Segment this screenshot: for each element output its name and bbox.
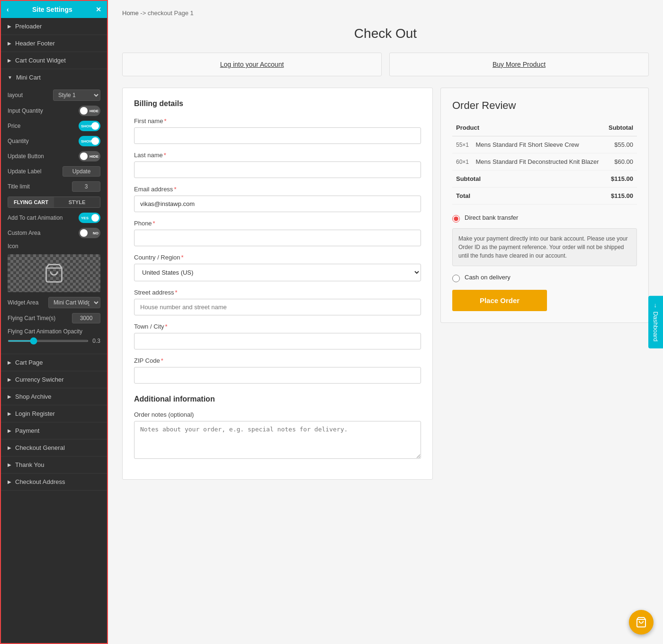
street-label: Street address* [134,289,421,296]
sidebar-section-header-login[interactable]: ▶ Login Register [1,405,107,422]
form-group-phone: Phone* [134,220,421,246]
floating-cart-button[interactable] [629,610,654,635]
form-group-last-name: Last name* [134,152,421,178]
breadcrumb: Home -> checkout Page 1 [122,9,649,17]
sidebar-section-preloader: ▶ Preloader [1,18,107,35]
chevron-right-icon: ▶ [8,24,11,29]
price-toggle[interactable]: SHOW [79,121,100,131]
chevron-right-icon: ▶ [8,41,11,46]
cart-icon [636,617,647,628]
breadcrumb-home[interactable]: Home [122,9,139,17]
form-group-zip: ZIP Code* [134,357,421,384]
sidebar-item-label-hf: Header Footer [15,40,55,47]
last-name-input[interactable] [134,161,421,178]
chevron-right-icon: ▶ [8,428,11,433]
main-content: Home -> checkout Page 1 Check Out Log in… [108,0,663,644]
sidebar-section-header-ca[interactable]: ▶ Checkout Address [1,474,107,490]
email-input[interactable] [134,196,421,212]
top-buttons: Log into your Account Buy More Product [122,53,649,76]
sidebar-item-label-cp: Cart Page [15,359,43,366]
direct-bank-label: Direct bank transfer [465,214,518,221]
sidebar-section-mini-cart: ▼ Mini Cart layout Style 1Style 2Style 3… [1,69,107,354]
mini-cart-content: layout Style 1Style 2Style 3 Input Quant… [1,86,107,354]
tab-flying-cart[interactable]: FLYING CART [8,197,54,207]
sidebar-section-checkout-address: ▶ Checkout Address [1,474,107,491]
custom-area-toggle[interactable]: NO [79,228,100,238]
sidebar-section-header-mc[interactable]: ▼ Mini Cart [1,69,107,86]
street-input[interactable] [134,299,421,315]
sidebar-section-header-preloader[interactable]: ▶ Preloader [1,18,107,35]
input-quantity-label: Input Quantity [8,107,43,114]
sidebar-section-header-cp[interactable]: ▶ Cart Page [1,354,107,371]
table-row: 55×1 Mens Standard Fit Short Sleeve Crew… [452,136,637,153]
title-limit-input[interactable] [72,181,100,192]
flying-cart-opacity-label: Flying Cart Animation Opacity [8,328,100,335]
title-limit-row: Title limit [8,181,100,192]
subtotal-value: $115.00 [604,170,637,188]
breadcrumb-current: checkout Page 1 [148,9,194,17]
icon-label: Icon [8,243,18,250]
sidebar-close-icon[interactable]: ✕ [96,6,101,13]
flying-cart-tab-row: FLYING CART STYLE [8,197,100,208]
opacity-value: 0.3 [92,338,100,344]
sidebar-section-header-pay[interactable]: ▶ Payment [1,422,107,439]
sidebar-section-header-ty[interactable]: ▶ Thank You [1,456,107,473]
required-star: * [164,117,166,125]
cod-radio[interactable] [452,275,460,282]
zip-input[interactable] [134,367,421,384]
update-button-toggle[interactable]: HIDE [79,151,100,161]
quantity-toggle[interactable]: SHOW [79,136,100,146]
input-quantity-row: Input Quantity HIDE [8,106,100,116]
phone-input[interactable] [134,230,421,246]
place-order-button[interactable]: Place Order [452,290,547,311]
widget-area-select[interactable]: Mini Cart Widget [48,297,100,308]
layout-select[interactable]: Style 1Style 2Style 3 [53,89,100,101]
tab-style[interactable]: STYLE [54,197,100,207]
sidebar-section-header-hf[interactable]: ▶ Header Footer [1,35,107,52]
country-select[interactable]: United States (US) United Kingdom Canada [134,264,421,281]
chevron-right-icon: ▶ [8,445,11,450]
direct-bank-radio[interactable] [452,215,460,223]
product-qty-1: 55×1 [456,142,469,148]
form-group-country: Country / Region* United States (US) Uni… [134,254,421,281]
sidebar-section-header-footer: ▶ Header Footer [1,35,107,52]
sidebar-back-icon[interactable]: ‹ [7,6,9,13]
order-notes-textarea[interactable] [134,421,421,459]
opacity-slider[interactable] [8,340,89,342]
buy-more-button[interactable]: Buy More Product [389,53,649,76]
sidebar-section-header-shop[interactable]: ▶ Shop Archive [1,388,107,405]
chevron-right-icon: ▶ [8,58,11,63]
first-name-input[interactable] [134,127,421,144]
chevron-right-icon: ▶ [8,462,11,467]
product-qty-2: 60×1 [456,159,469,165]
update-label-input[interactable] [63,166,100,177]
total-label: Total [452,188,604,205]
flying-cart-times-input[interactable] [72,313,100,323]
login-button[interactable]: Log into your Account [122,53,382,76]
cart-icon [44,263,64,284]
input-quantity-toggle[interactable]: HIDE [79,106,100,116]
sidebar-section-header-cc[interactable]: ▶ Cart Count Widget [1,52,107,69]
sidebar-section-currency: ▶ Currency Swicher [1,371,107,388]
cod-label: Cash on delivery [465,274,511,281]
dashboard-label: Dashboard [652,312,659,342]
city-input[interactable] [134,333,421,349]
last-name-label: Last name* [134,152,421,159]
chevron-right-icon: ▶ [8,377,11,382]
add-to-cart-anim-toggle[interactable]: YES [79,213,100,223]
payment-cod: Cash on delivery [452,274,637,282]
country-label: Country / Region* [134,254,421,261]
order-review-title: Order Review [452,99,637,112]
product-name-2: Mens Standard Fit Deconstructed Knit Bla… [475,158,599,165]
sidebar-section-header-cg[interactable]: ▶ Checkout General [1,439,107,456]
arrow-right-icon: → [652,303,659,309]
city-label: Town / City* [134,323,421,330]
sidebar-item-label-cc: Cart Count Widget [15,57,66,64]
layout-row: layout Style 1Style 2Style 3 [8,89,100,101]
dashboard-button[interactable]: → Dashboard [648,296,663,349]
sidebar-section-header-cur[interactable]: ▶ Currency Swicher [1,371,107,388]
form-group-email: Email address* [134,186,421,212]
quantity-row: Quantity SHOW [8,136,100,146]
zip-label: ZIP Code* [134,357,421,364]
widget-area-row: Widget Area Mini Cart Widget [8,297,100,308]
